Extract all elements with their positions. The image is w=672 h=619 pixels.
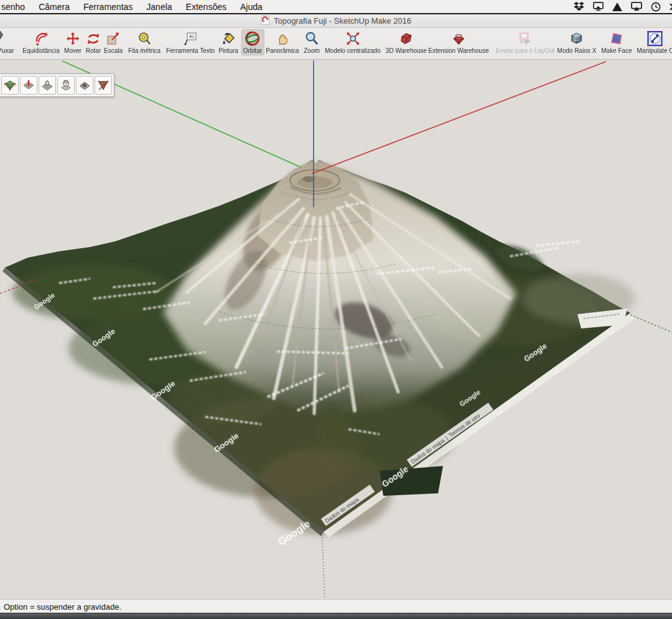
pan-hand-icon <box>274 30 291 47</box>
stamp-object-icon <box>60 79 72 91</box>
sandbox-tool-drape[interactable] <box>76 76 93 95</box>
scale-icon <box>105 30 121 47</box>
tool-zoom-extents[interactable]: Modelo centralizado <box>323 29 383 55</box>
tool-text[interactable]: A1 Ferramenta Texto <box>164 29 217 55</box>
3d-warehouse-icon <box>398 30 414 47</box>
sandbox-tool-stamp-object[interactable] <box>57 76 75 95</box>
statusbar: Option = suspender a gravidade. <box>0 599 672 613</box>
text-tool-icon: A1 <box>182 30 198 47</box>
tool-manipulate[interactable]: Manipulate C <box>635 29 672 55</box>
menu-item-camera[interactable]: Câmera <box>32 2 77 12</box>
zoom-icon <box>304 30 320 47</box>
tool-make-face[interactable]: Make Face <box>599 29 633 55</box>
status-hint-text: Option = suspender a gravidade. <box>0 602 121 612</box>
menu-item-extensoes[interactable]: Extensões <box>179 2 233 12</box>
display-icon[interactable] <box>593 2 604 11</box>
orbit-icon <box>245 30 261 47</box>
tool-zoom[interactable]: Zoom <box>302 29 322 55</box>
triangle-icon[interactable] <box>612 2 622 11</box>
airplay-icon[interactable] <box>631 2 642 11</box>
sandbox-tool-smoove[interactable] <box>20 76 37 95</box>
sandbox-tool-flip-edge[interactable] <box>95 76 112 95</box>
tool-3d-warehouse[interactable]: 3D Warehouse <box>384 29 429 55</box>
dropbox-icon[interactable] <box>574 2 584 11</box>
tool-scale[interactable]: Escala <box>102 29 124 55</box>
menubar: senho Câmera Ferramentas Janela Extensõe… <box>0 0 672 14</box>
tool-rotate[interactable]: Rotar <box>83 29 103 55</box>
menu-item-ferramentas[interactable]: Ferramentas <box>77 2 139 12</box>
tape-measure-icon <box>136 30 152 47</box>
tool-paint-bucket[interactable]: Pintura <box>217 29 240 55</box>
drape-icon <box>78 79 91 91</box>
window-bottom-edge <box>0 613 672 619</box>
terrain-from-contours-icon <box>4 79 16 91</box>
main-toolbar: /Puxar Equidistância Mover Rotar Escala … <box>0 28 672 60</box>
rotate-icon <box>85 30 101 47</box>
push-pull-icon <box>0 30 13 47</box>
tool-offset[interactable]: Equidistância <box>21 29 61 55</box>
window-title: Topografia Fuji - SketchUp Make 2016 <box>274 16 411 26</box>
clock-icon[interactable] <box>651 2 661 12</box>
layout-icon <box>517 30 533 47</box>
paint-bucket-icon <box>220 30 236 47</box>
svg-text:A1: A1 <box>189 34 195 39</box>
menu-item-ajuda[interactable]: Ajuda <box>233 2 269 12</box>
tool-extension-warehouse[interactable]: Extension Warehouse <box>426 29 490 55</box>
sandbox-tool-from-contours[interactable] <box>1 76 19 95</box>
manipulate-icon <box>647 30 663 47</box>
smoove-icon <box>22 79 35 91</box>
offset-icon <box>33 30 49 47</box>
tool-tape-measure[interactable]: Fita métrica <box>126 29 162 55</box>
make-face-icon <box>609 30 625 47</box>
stamp-mesh-icon <box>41 79 54 91</box>
move-icon <box>65 30 81 47</box>
sandbox-toolbar <box>0 73 114 97</box>
zoom-extents-icon <box>345 30 361 47</box>
clipped-menu-icon[interactable] <box>670 2 672 11</box>
window-titlebar[interactable]: Topografia Fuji - SketchUp Make 2016 <box>0 14 672 28</box>
tool-xray-mode[interactable]: Modo Raios X <box>556 29 599 55</box>
menu-item-desenho[interactable]: senho <box>0 2 32 12</box>
tool-move[interactable]: Mover <box>62 29 83 55</box>
extension-warehouse-icon <box>450 30 467 47</box>
sketchup-doc-icon <box>261 16 270 27</box>
tool-send-to-layout[interactable]: Enviar para o LayOut <box>494 29 557 55</box>
tool-orbit[interactable]: Orbitar <box>241 29 264 55</box>
xray-mode-icon <box>569 30 585 47</box>
menu-item-janela[interactable]: Janela <box>139 2 179 12</box>
tool-pan[interactable]: Panorâmica <box>264 29 301 55</box>
sandbox-tool-stamp-mesh[interactable] <box>39 76 56 95</box>
tool-push-pull[interactable]: /Puxar <box>0 29 16 55</box>
flip-edge-icon <box>97 79 110 91</box>
